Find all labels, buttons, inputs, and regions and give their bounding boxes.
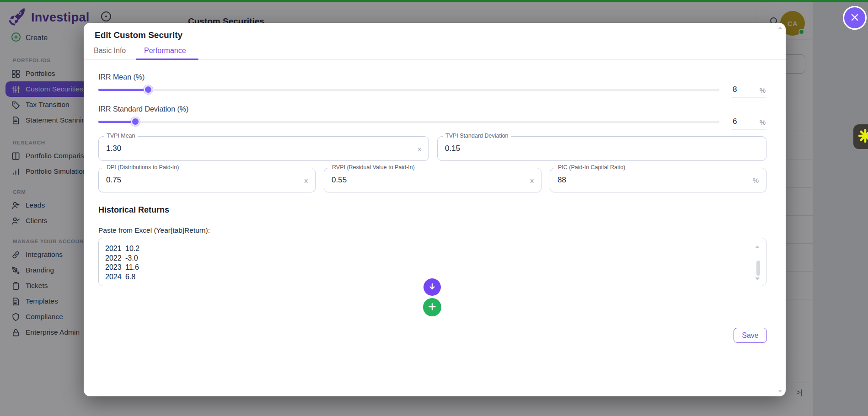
feedback-widget-button[interactable] — [853, 124, 868, 149]
close-modal-button[interactable] — [843, 6, 867, 30]
irr-mean-value-field[interactable]: 8 % — [732, 82, 766, 97]
irr-mean-slider[interactable] — [98, 89, 719, 91]
irr-mean-value: 8 — [733, 85, 737, 94]
paste-from-excel-label: Paste from Excel (Year[tab]Return): — [98, 226, 210, 235]
percent-suffix: % — [760, 118, 766, 126]
save-button[interactable]: Save — [734, 328, 767, 343]
add-return-row-button[interactable] — [423, 298, 441, 316]
irr-std-value: 6 — [733, 117, 737, 126]
arrow-down-icon — [428, 283, 436, 292]
irr-mean-label: IRR Mean (%) — [98, 73, 145, 81]
modal-scroll-down-icon[interactable] — [778, 390, 782, 393]
percent-suffix: % — [760, 86, 766, 94]
historical-returns-heading: Historical Returns — [98, 205, 169, 215]
asterisk-icon — [857, 128, 868, 146]
top-progress-bar — [0, 0, 868, 2]
irr-std-value-field[interactable]: 6 % — [732, 114, 766, 129]
tab-performance[interactable]: Performance — [144, 47, 186, 55]
irr-mean-slider-thumb[interactable] — [144, 85, 153, 94]
textarea-scrollbar-thumb[interactable] — [756, 261, 760, 276]
plus-icon — [428, 302, 437, 313]
tvpi-mean-field[interactable]: TVPI Mean 1.30 x — [98, 136, 429, 161]
edit-custom-security-modal: Edit Custom Security Basic Info Performa… — [84, 23, 786, 396]
textarea-scroll-up-icon[interactable] — [755, 245, 760, 248]
screen: Create PORTFOLIOS Portfolios Custom Secu… — [0, 0, 868, 416]
rvpi-field[interactable]: RVPI (Residual Value to Paid-In) 0.55 x — [324, 168, 541, 192]
modal-tabs: Basic Info Performance — [84, 43, 786, 60]
pic-field[interactable]: PIC (Paid-In Capital Ratio) 88 % — [550, 168, 766, 192]
tab-basic-info[interactable]: Basic Info — [94, 47, 126, 55]
irr-std-slider-thumb[interactable] — [131, 117, 140, 126]
tvpi-std-field[interactable]: TVPI Standard Deviation 0.15 — [437, 136, 766, 161]
irr-std-slider[interactable] — [98, 121, 719, 123]
apply-pasted-returns-button[interactable] — [423, 278, 441, 296]
modal-scroll-up-icon[interactable] — [778, 27, 782, 29]
return-row: 202110.2 — [105, 245, 766, 254]
return-row: 202311.6 — [105, 263, 766, 273]
irr-std-label: IRR Standard Deviation (%) — [98, 105, 188, 113]
close-icon — [849, 12, 860, 24]
active-tab-indicator — [136, 59, 198, 60]
return-row: 2022-3.0 — [105, 254, 766, 264]
textarea-scroll-down-icon[interactable] — [755, 277, 760, 280]
modal-title: Edit Custom Security — [95, 30, 182, 40]
dpi-field[interactable]: DPI (Distributions to Paid-In) 0.75 x — [98, 168, 316, 192]
